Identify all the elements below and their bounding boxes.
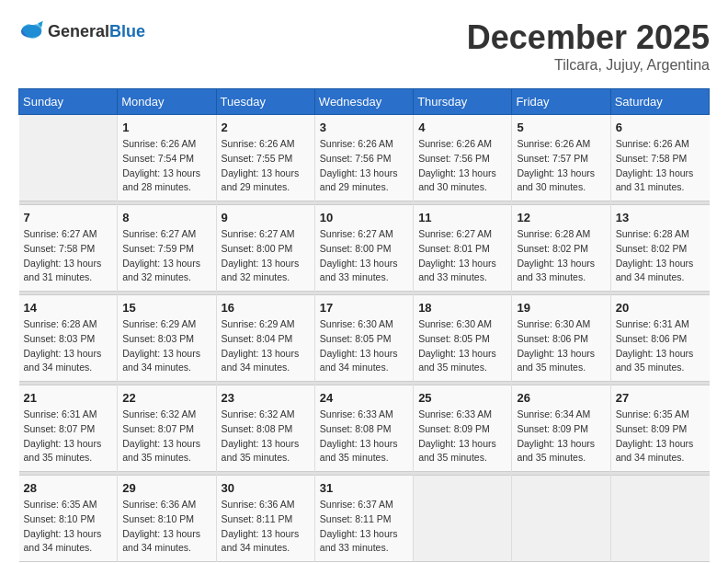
day-number: 27 [616, 391, 705, 405]
header-day-monday: Monday [118, 89, 216, 115]
day-info: Sunrise: 6:35 AM Sunset: 8:09 PM Dayligh… [616, 408, 705, 465]
calendar-cell: 25Sunrise: 6:33 AM Sunset: 8:09 PM Dayli… [414, 385, 512, 472]
calendar-cell: 23Sunrise: 6:32 AM Sunset: 8:08 PM Dayli… [216, 385, 314, 472]
logo: GeneralBlue [18, 18, 145, 44]
calendar-cell: 26Sunrise: 6:34 AM Sunset: 8:09 PM Dayli… [512, 385, 610, 472]
calendar-cell: 24Sunrise: 6:33 AM Sunset: 8:08 PM Dayli… [314, 385, 413, 472]
calendar-cell [512, 476, 610, 562]
day-info: Sunrise: 6:30 AM Sunset: 8:05 PM Dayligh… [418, 317, 506, 375]
day-number: 4 [418, 121, 506, 134]
day-info: Sunrise: 6:29 AM Sunset: 8:03 PM Dayligh… [122, 317, 210, 375]
day-number: 14 [24, 301, 113, 315]
header-day-sunday: Sunday [19, 89, 118, 115]
calendar-cell: 9Sunrise: 6:27 AM Sunset: 8:00 PM Daylig… [216, 205, 314, 292]
day-number: 18 [418, 301, 506, 315]
calendar-week-row: 28Sunrise: 6:35 AM Sunset: 8:10 PM Dayli… [19, 476, 710, 562]
calendar-cell: 7Sunrise: 6:27 AM Sunset: 7:58 PM Daylig… [19, 205, 118, 292]
calendar-week-row: 7Sunrise: 6:27 AM Sunset: 7:58 PM Daylig… [19, 205, 710, 292]
location-title: Tilcara, Jujuy, Argentina [467, 57, 710, 74]
header-day-tuesday: Tuesday [216, 89, 314, 115]
day-info: Sunrise: 6:26 AM Sunset: 7:58 PM Dayligh… [616, 137, 705, 195]
calendar-cell: 28Sunrise: 6:35 AM Sunset: 8:10 PM Dayli… [19, 476, 118, 562]
calendar-table: SundayMondayTuesdayWednesdayThursdayFrid… [18, 88, 710, 562]
day-info: Sunrise: 6:26 AM Sunset: 7:56 PM Dayligh… [418, 137, 506, 195]
day-number: 31 [320, 481, 408, 495]
day-number: 1 [122, 121, 210, 134]
day-number: 20 [616, 301, 705, 315]
calendar-cell: 20Sunrise: 6:31 AM Sunset: 8:06 PM Dayli… [610, 295, 709, 382]
day-number: 25 [418, 391, 506, 405]
day-number: 5 [517, 121, 605, 134]
day-info: Sunrise: 6:27 AM Sunset: 7:58 PM Dayligh… [24, 227, 113, 285]
day-info: Sunrise: 6:37 AM Sunset: 8:11 PM Dayligh… [320, 498, 408, 556]
calendar-cell: 19Sunrise: 6:30 AM Sunset: 8:06 PM Dayli… [512, 295, 610, 382]
calendar-cell: 4Sunrise: 6:26 AM Sunset: 7:56 PM Daylig… [414, 115, 512, 201]
logo-blue: Blue [109, 22, 145, 40]
day-number: 9 [222, 211, 310, 224]
day-number: 17 [320, 301, 408, 315]
calendar-cell: 1Sunrise: 6:26 AM Sunset: 7:54 PM Daylig… [118, 115, 216, 201]
calendar-cell: 17Sunrise: 6:30 AM Sunset: 8:05 PM Dayli… [314, 295, 413, 382]
calendar-cell: 31Sunrise: 6:37 AM Sunset: 8:11 PM Dayli… [314, 476, 413, 562]
calendar-cell: 10Sunrise: 6:27 AM Sunset: 8:00 PM Dayli… [314, 205, 413, 292]
day-info: Sunrise: 6:36 AM Sunset: 8:10 PM Dayligh… [122, 498, 210, 556]
day-number: 11 [418, 211, 506, 224]
day-info: Sunrise: 6:28 AM Sunset: 8:03 PM Dayligh… [24, 317, 113, 375]
calendar-cell: 12Sunrise: 6:28 AM Sunset: 8:02 PM Dayli… [512, 205, 610, 292]
logo-icon [18, 18, 44, 44]
day-info: Sunrise: 6:26 AM Sunset: 7:57 PM Dayligh… [517, 137, 605, 195]
header-day-wednesday: Wednesday [314, 89, 413, 115]
day-number: 10 [320, 211, 408, 224]
day-info: Sunrise: 6:33 AM Sunset: 8:09 PM Dayligh… [418, 408, 506, 465]
day-number: 2 [222, 121, 310, 134]
day-number: 30 [222, 481, 310, 495]
calendar-cell [19, 115, 118, 201]
day-info: Sunrise: 6:27 AM Sunset: 8:00 PM Dayligh… [222, 227, 310, 285]
day-info: Sunrise: 6:28 AM Sunset: 8:02 PM Dayligh… [616, 227, 705, 285]
calendar-header-row: SundayMondayTuesdayWednesdayThursdayFrid… [19, 89, 710, 115]
day-info: Sunrise: 6:32 AM Sunset: 8:07 PM Dayligh… [122, 408, 210, 465]
calendar-cell: 21Sunrise: 6:31 AM Sunset: 8:07 PM Dayli… [19, 385, 118, 472]
calendar-week-row: 1Sunrise: 6:26 AM Sunset: 7:54 PM Daylig… [19, 115, 710, 201]
calendar-cell: 27Sunrise: 6:35 AM Sunset: 8:09 PM Dayli… [610, 385, 709, 472]
header: GeneralBlue December 2025 Tilcara, Jujuy… [18, 18, 710, 74]
calendar-cell [610, 476, 709, 562]
header-day-friday: Friday [512, 89, 610, 115]
day-info: Sunrise: 6:26 AM Sunset: 7:54 PM Dayligh… [122, 137, 210, 195]
day-number: 8 [122, 211, 210, 224]
day-info: Sunrise: 6:27 AM Sunset: 7:59 PM Dayligh… [122, 227, 210, 285]
day-number: 28 [24, 481, 113, 495]
day-info: Sunrise: 6:33 AM Sunset: 8:08 PM Dayligh… [320, 408, 408, 465]
day-info: Sunrise: 6:30 AM Sunset: 8:06 PM Dayligh… [517, 317, 605, 375]
title-area: December 2025 Tilcara, Jujuy, Argentina [467, 18, 710, 74]
day-number: 23 [222, 391, 310, 405]
day-info: Sunrise: 6:29 AM Sunset: 8:04 PM Dayligh… [222, 317, 310, 375]
calendar-cell: 8Sunrise: 6:27 AM Sunset: 7:59 PM Daylig… [118, 205, 216, 292]
day-info: Sunrise: 6:27 AM Sunset: 8:00 PM Dayligh… [320, 227, 408, 285]
calendar-cell: 3Sunrise: 6:26 AM Sunset: 7:56 PM Daylig… [314, 115, 413, 201]
day-number: 7 [24, 211, 113, 224]
day-number: 21 [24, 391, 113, 405]
day-number: 26 [517, 391, 605, 405]
day-number: 24 [320, 391, 408, 405]
calendar-cell: 14Sunrise: 6:28 AM Sunset: 8:03 PM Dayli… [19, 295, 118, 382]
day-info: Sunrise: 6:26 AM Sunset: 7:56 PM Dayligh… [320, 137, 408, 195]
logo-text: GeneralBlue [48, 22, 145, 41]
calendar-cell: 18Sunrise: 6:30 AM Sunset: 8:05 PM Dayli… [414, 295, 512, 382]
day-info: Sunrise: 6:32 AM Sunset: 8:08 PM Dayligh… [222, 408, 310, 465]
month-title: December 2025 [467, 18, 710, 57]
day-number: 6 [616, 121, 705, 134]
header-day-thursday: Thursday [414, 89, 512, 115]
day-number: 15 [122, 301, 210, 315]
day-info: Sunrise: 6:28 AM Sunset: 8:02 PM Dayligh… [517, 227, 605, 285]
day-number: 13 [616, 211, 705, 224]
logo-general: General [48, 22, 109, 40]
calendar-cell: 16Sunrise: 6:29 AM Sunset: 8:04 PM Dayli… [216, 295, 314, 382]
day-info: Sunrise: 6:34 AM Sunset: 8:09 PM Dayligh… [517, 408, 605, 465]
calendar-week-row: 21Sunrise: 6:31 AM Sunset: 8:07 PM Dayli… [19, 385, 710, 472]
day-info: Sunrise: 6:26 AM Sunset: 7:55 PM Dayligh… [222, 137, 310, 195]
calendar-cell: 13Sunrise: 6:28 AM Sunset: 8:02 PM Dayli… [610, 205, 709, 292]
calendar-cell: 11Sunrise: 6:27 AM Sunset: 8:01 PM Dayli… [414, 205, 512, 292]
day-info: Sunrise: 6:27 AM Sunset: 8:01 PM Dayligh… [418, 227, 506, 285]
calendar-week-row: 14Sunrise: 6:28 AM Sunset: 8:03 PM Dayli… [19, 295, 710, 382]
